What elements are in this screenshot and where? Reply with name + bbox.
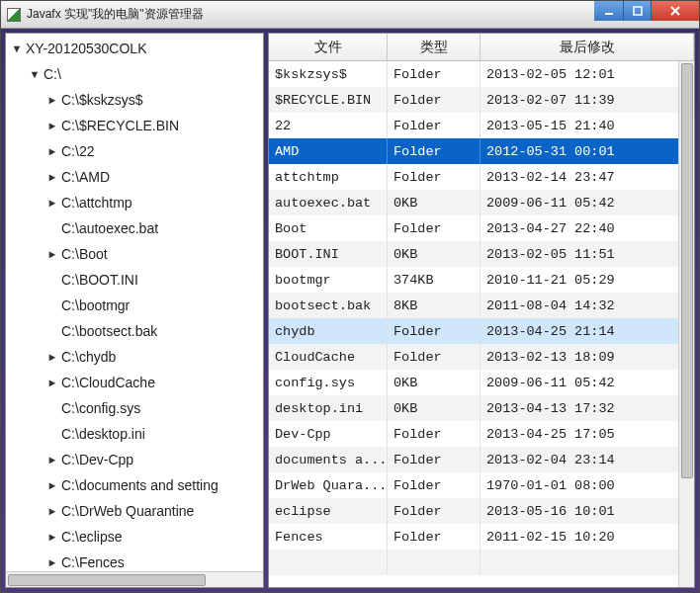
cell-file: $kskzsys$ [269, 61, 388, 87]
cell-file: desktop.ini [269, 395, 388, 421]
cell-file: DrWeb Quara... [269, 472, 388, 498]
tree-item[interactable]: ►C:\CloudCache [6, 370, 263, 395]
table-vertical-scrollbar[interactable] [678, 61, 694, 587]
table-row[interactable]: documents a...Folder2013-02-04 23:14 [269, 447, 694, 472]
table-row[interactable]: FencesFolder2011-02-15 10:20 [269, 524, 694, 550]
app-icon [7, 8, 21, 22]
table-row[interactable]: desktop.ini0KB2013-04-13 17:32 [269, 395, 694, 421]
tree-item[interactable]: ►C:\documents and setting [6, 472, 263, 498]
tree-item-label: C:\BOOT.INI [61, 272, 138, 288]
cell-modified: 2013-02-07 11:39 [481, 87, 694, 113]
cell-file: Dev-Cpp [269, 421, 388, 447]
tree-item[interactable]: ►C:\eclipse [6, 524, 263, 550]
chevron-down-icon[interactable]: ▼ [28, 68, 42, 80]
scrollbar-thumb[interactable] [681, 63, 693, 478]
cell-type: Folder [388, 498, 481, 524]
table-row[interactable]: CloudCacheFolder2013-02-13 18:09 [269, 344, 694, 370]
cell-file: config.sys [269, 370, 388, 395]
tree-item[interactable]: ►C:\$RECYCLE.BIN [6, 113, 263, 138]
tree-horizontal-scrollbar[interactable] [6, 571, 263, 587]
table-row[interactable]: BOOT.INI0KB2013-02-05 11:51 [269, 241, 694, 267]
tree-item-label: C:\DrWeb Quarantine [61, 503, 194, 519]
table-row[interactable]: AMDFolder2012-05-31 00:01 [269, 138, 694, 164]
cell-type: 0KB [388, 395, 481, 421]
tree-item[interactable]: ►C:\22 [6, 138, 263, 164]
tree-item[interactable]: ►C:\AMD [6, 164, 263, 190]
chevron-right-icon[interactable]: ► [45, 454, 59, 466]
close-button[interactable] [652, 1, 699, 21]
cell-modified: 2013-02-05 12:01 [481, 61, 694, 87]
tree-item[interactable]: C:\bootsect.bak [6, 318, 263, 344]
scrollbar-thumb[interactable] [8, 574, 206, 586]
chevron-right-icon[interactable]: ► [45, 351, 59, 363]
cell-type: 0KB [388, 370, 481, 395]
tree-item-label: C:\autoexec.bat [61, 220, 158, 236]
cell-modified: 2009-06-11 05:42 [481, 370, 694, 395]
tree-item[interactable]: C:\autoexec.bat [6, 215, 263, 241]
cell-type: Folder [388, 138, 481, 164]
table-row[interactable]: autoexec.bat0KB2009-06-11 05:42 [269, 190, 694, 215]
cell-modified: 2009-06-11 05:42 [481, 190, 694, 215]
tree-item-label: XY-20120530COLK [26, 41, 146, 56]
chevron-right-icon[interactable]: ► [45, 556, 59, 568]
table-row[interactable]: bootsect.bak8KB2011-08-04 14:32 [269, 293, 694, 318]
tree-pane: ▼XY-20120530COLK▼C:\►C:\$kskzsys$►C:\$RE… [5, 33, 264, 588]
tree-item[interactable]: ►C:\Dev-Cpp [6, 447, 263, 472]
chevron-right-icon[interactable]: ► [45, 505, 59, 517]
tree-item[interactable]: ►C:\chydb [6, 344, 263, 370]
chevron-right-icon[interactable]: ► [45, 197, 59, 209]
cell-file: documents a... [269, 447, 388, 472]
tree-item[interactable]: ►C:\DrWeb Quarantine [6, 498, 263, 524]
chevron-right-icon[interactable]: ► [45, 171, 59, 183]
column-header-modified[interactable]: 最后修改 [481, 34, 694, 60]
table-row[interactable]: 22Folder2013-05-15 21:40 [269, 113, 694, 138]
cell-file: chydb [269, 318, 388, 344]
tree-item[interactable]: C:\desktop.ini [6, 421, 263, 447]
table-row[interactable]: DrWeb Quara...Folder1970-01-01 08:00 [269, 472, 694, 498]
tree-item[interactable]: ►C:\Fences [6, 550, 263, 571]
tree-item[interactable]: C:\bootmgr [6, 293, 263, 318]
table-pane: 文件 类型 最后修改 $kskzsys$Folder2013-02-05 12:… [268, 33, 695, 588]
table-row[interactable]: $kskzsys$Folder2013-02-05 12:01 [269, 61, 694, 87]
column-header-file[interactable]: 文件 [269, 34, 388, 60]
chevron-right-icon[interactable]: ► [45, 479, 59, 491]
cell-modified: 2013-04-27 22:40 [481, 215, 694, 241]
table-row[interactable]: Dev-CppFolder2013-04-25 17:05 [269, 421, 694, 447]
tree-drive[interactable]: ▼C:\ [6, 61, 263, 87]
tree-view[interactable]: ▼XY-20120530COLK▼C:\►C:\$kskzsys$►C:\$RE… [6, 34, 263, 571]
table-row[interactable]: BootFolder2013-04-27 22:40 [269, 215, 694, 241]
table-row-empty [269, 550, 694, 575]
cell-type: Folder [388, 164, 481, 190]
chevron-right-icon[interactable]: ► [45, 377, 59, 388]
chevron-right-icon[interactable]: ► [45, 120, 59, 131]
table-row[interactable]: eclipseFolder2013-05-16 10:01 [269, 498, 694, 524]
chevron-right-icon[interactable]: ► [45, 531, 59, 543]
chevron-right-icon[interactable]: ► [45, 248, 59, 260]
table-row[interactable]: attchtmpFolder2013-02-14 23:47 [269, 164, 694, 190]
chevron-right-icon[interactable]: ► [45, 145, 59, 157]
cell-modified: 2013-02-14 23:47 [481, 164, 694, 190]
tree-item[interactable]: ►C:\$kskzsys$ [6, 87, 263, 113]
table-row[interactable]: $RECYCLE.BINFolder2013-02-07 11:39 [269, 87, 694, 113]
tree-root[interactable]: ▼XY-20120530COLK [6, 36, 263, 61]
app-window: Javafx 实现"我的电脑"资源管理器 ▼XY-20120530COLK▼C:… [0, 0, 700, 593]
tree-item[interactable]: ►C:\attchtmp [6, 190, 263, 215]
table-body[interactable]: $kskzsys$Folder2013-02-05 12:01$RECYCLE.… [269, 61, 694, 587]
tree-item[interactable]: C:\BOOT.INI [6, 267, 263, 293]
titlebar[interactable]: Javafx 实现"我的电脑"资源管理器 [1, 1, 699, 29]
table-row[interactable]: bootmgr374KB2010-11-21 05:29 [269, 267, 694, 293]
tree-item[interactable]: ►C:\Boot [6, 241, 263, 267]
tree-item-label: C:\config.sys [61, 400, 140, 416]
cell-file: eclipse [269, 498, 388, 524]
minimize-button[interactable] [594, 1, 624, 21]
tree-item-label: C:\chydb [61, 349, 116, 365]
maximize-button[interactable] [624, 1, 652, 21]
cell-modified: 2013-02-13 18:09 [481, 344, 694, 370]
chevron-right-icon[interactable]: ► [45, 94, 59, 106]
tree-item[interactable]: C:\config.sys [6, 395, 263, 421]
column-header-type[interactable]: 类型 [388, 34, 481, 60]
tree-item-label: C:\bootsect.bak [61, 323, 157, 339]
chevron-down-icon[interactable]: ▼ [10, 42, 24, 54]
table-row[interactable]: chydbFolder2013-04-25 21:14 [269, 318, 694, 344]
table-row[interactable]: config.sys0KB2009-06-11 05:42 [269, 370, 694, 395]
